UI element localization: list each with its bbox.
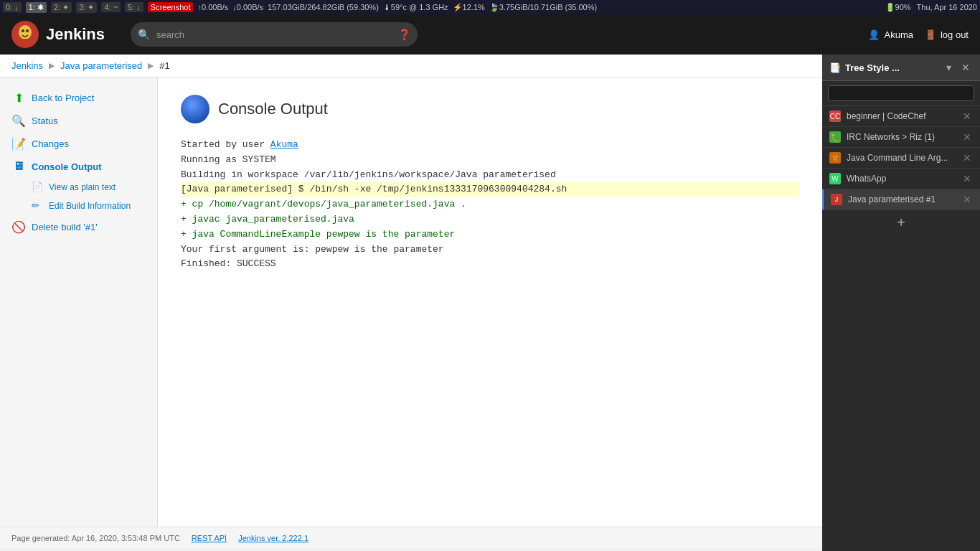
header-actions: 👤 Akuma 🚪 log out — [868, 29, 969, 40]
user-icon: 👤 — [868, 29, 880, 40]
irc-tab-close[interactable]: ✕ — [961, 131, 973, 143]
console-line-7: + java CommandLineExample pewpew is the … — [181, 227, 799, 242]
main-layout: ⬆ Back to Project 🔍 Status 📝 Changes 🖥 C… — [0, 77, 822, 527]
jenkins-logo[interactable]: Jenkins — [11, 21, 105, 48]
right-panel-title: 📑 Tree Style ... — [829, 62, 900, 73]
mem: 🍃3.75GiB/10.71GiB (35.00%) — [489, 3, 597, 12]
sidebar-changes-label: Changes — [32, 138, 69, 149]
sidebar-item-delete[interactable]: 🚫 Delete build '#1' — [0, 215, 157, 238]
workspace-tag-1[interactable]: 1: ✱ — [26, 2, 47, 13]
tree-style-label: Tree Style ... — [845, 62, 900, 73]
username-label: Akuma — [884, 29, 913, 40]
codechef-tab-close[interactable]: ✕ — [961, 110, 973, 122]
tree-tab-irc[interactable]: 🐛 IRC Networks > Riz (1) ✕ — [822, 127, 980, 148]
cpu: ⚡12.1% — [453, 3, 485, 12]
footer: Page generated: Apr 16, 2020, 3:53:48 PM… — [0, 527, 822, 548]
svg-point-0 — [19, 25, 32, 39]
jenkins-title: Jenkins — [46, 25, 105, 44]
breadcrumb-sep-2: ▶ — [148, 61, 154, 70]
console-icon: 🖥 — [11, 159, 26, 174]
tree-tab-whatsapp[interactable]: W WhatsApp ✕ — [822, 169, 980, 189]
sidebar-item-edit-build[interactable]: ✏ Edit Build Information — [0, 197, 157, 215]
console-output: Started by user Akuma Running as SYSTEM … — [181, 138, 799, 272]
search-icon: 🔍 — [138, 29, 150, 40]
svg-point-1 — [22, 29, 24, 32]
whatsapp-tab-close[interactable]: ✕ — [961, 173, 973, 184]
sidebar-item-status[interactable]: 🔍 Status — [0, 109, 157, 132]
svg-rect-3 — [22, 39, 29, 43]
tree-tab-jenkins-active[interactable]: J Java parameterised #1 ✕ — [822, 189, 980, 210]
console-line-3: Building in workspace /var/lib/jenkins/w… — [181, 168, 799, 183]
console-line-6: + javac java_parameterised.java — [181, 212, 799, 227]
datetime: Thu, Apr 16 2020 — [917, 3, 977, 11]
codechef-favicon: CC — [829, 110, 841, 122]
search-help-icon[interactable]: ❓ — [398, 29, 410, 40]
java-cmd-tab-close[interactable]: ✕ — [961, 152, 973, 164]
sidebar-status-label: Status — [32, 116, 58, 126]
jenkins-version-link[interactable]: Jenkins ver. 2.222.1 — [238, 534, 308, 542]
sidebar: ⬆ Back to Project 🔍 Status 📝 Changes 🖥 C… — [0, 77, 158, 527]
footer-generated: Page generated: Apr 16, 2020, 3:53:48 PM… — [11, 534, 180, 542]
workspace-tag-screenshot[interactable]: Screenshot — [148, 2, 194, 12]
jenkins-active-tab-label: Java parameterised #1 — [848, 194, 956, 204]
sidebar-item-changes[interactable]: 📝 Changes — [0, 132, 157, 155]
panel-controls: ▾ ✕ — [943, 60, 973, 75]
svg-point-2 — [26, 29, 29, 32]
tree-tab-java-cmd[interactable]: ▽ Java Command Line Arg... ✕ — [822, 148, 980, 169]
status-icon: 🔍 — [11, 113, 26, 128]
user-link[interactable]: Akuma — [270, 139, 298, 150]
breadcrumb-sep-1: ▶ — [49, 61, 55, 70]
console-line-4: [Java parameterised] $ /bin/sh -xe /tmp/… — [181, 182, 799, 197]
tree-tab-codechef[interactable]: CC beginner | CodeChef ✕ — [822, 106, 980, 127]
net-up: ↑0.00B/s — [197, 3, 228, 11]
workspace-tag-0[interactable]: 0: ↓ — [3, 2, 22, 12]
sidebar-item-back[interactable]: ⬆ Back to Project — [0, 86, 157, 109]
sidebar-item-plain-text[interactable]: 📄 View as plain text — [0, 178, 157, 197]
console-line-2: Running as SYSTEM — [181, 153, 799, 168]
battery: 🔋90% — [885, 3, 911, 12]
jenkins-header: Jenkins 🔍 ❓ 👤 Akuma 🚪 log out — [0, 14, 980, 55]
rest-api-link[interactable]: REST API — [192, 534, 227, 542]
breadcrumb-job[interactable]: Java parameterised — [60, 60, 142, 71]
search-input[interactable] — [131, 22, 418, 47]
breadcrumb-build: #1 — [159, 60, 169, 71]
breadcrumb: Jenkins ▶ Java parameterised ▶ #1 — [0, 55, 822, 77]
panel-close-btn[interactable]: ✕ — [958, 60, 973, 75]
workspace-tag-2[interactable]: 2: ✦ — [51, 2, 72, 13]
plain-text-icon: 📄 — [32, 182, 43, 193]
jenkins-active-favicon: J — [831, 194, 842, 205]
console-line-5: + cp /home/vagrant/devops/java_parameter… — [181, 197, 799, 212]
java-cmd-favicon: ▽ — [829, 152, 841, 164]
jenkins-logo-icon — [11, 21, 39, 48]
java-cmd-tab-label: Java Command Line Arg... — [847, 153, 956, 163]
irc-favicon: 🐛 — [829, 131, 841, 143]
workspace-tag-5[interactable]: 5: ↓ — [125, 2, 143, 12]
right-panel-header: 📑 Tree Style ... ▾ ✕ — [822, 55, 980, 81]
logout-button[interactable]: 🚪 log out — [925, 29, 969, 40]
console-line-1: Started by user Akuma — [181, 138, 799, 153]
disk-usage: 157.03GiB/264.82GiB (59.30%) — [268, 3, 379, 11]
sidebar-edit-build-label: Edit Build Information — [49, 201, 131, 211]
system-bar: 0: ↓ 1: ✱ 2: ✦ 3: ✦ 4: ~ 5: ↓ Screenshot… — [0, 0, 980, 14]
right-panel: 📑 Tree Style ... ▾ ✕ CC beginner | CodeC… — [822, 55, 980, 551]
tree-add-row: + — [822, 210, 980, 235]
sidebar-item-console[interactable]: 🖥 Console Output — [0, 155, 157, 178]
tree-search-row — [822, 81, 980, 106]
tree-search-input[interactable] — [828, 85, 974, 101]
page-title: Console Output — [218, 100, 328, 118]
net-down: ↓0.00B/s — [232, 3, 263, 11]
tree-add-tab-button[interactable]: + — [897, 215, 905, 231]
console-line-8: Your first argument is: pewpew is the pa… — [181, 242, 799, 258]
workspace-tag-4[interactable]: 4: ~ — [101, 2, 121, 12]
sidebar-console-label: Console Output — [32, 161, 102, 172]
whatsapp-tab-label: WhatsApp — [847, 174, 956, 184]
workspace-tag-3[interactable]: 3: ✦ — [76, 2, 97, 13]
panel-chevron-btn[interactable]: ▾ — [943, 60, 954, 75]
search-bar: 🔍 ❓ — [131, 22, 418, 47]
header-user[interactable]: 👤 Akuma — [868, 29, 913, 40]
logout-icon: 🚪 — [925, 29, 936, 40]
jenkins-active-tab-close[interactable]: ✕ — [961, 194, 973, 205]
logout-label: log out — [941, 29, 969, 40]
breadcrumb-jenkins[interactable]: Jenkins — [11, 60, 43, 71]
tree-style-icon: 📑 — [829, 62, 841, 73]
